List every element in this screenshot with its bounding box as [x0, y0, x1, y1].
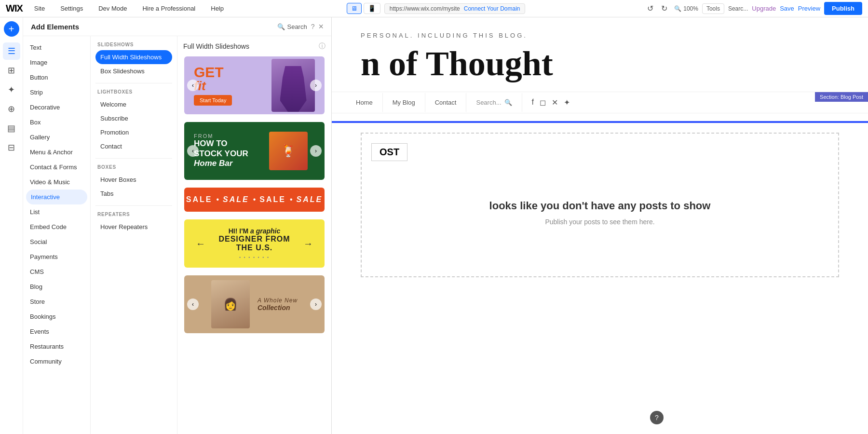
- cat-box[interactable]: Box: [23, 115, 90, 130]
- pages-icon-btn[interactable]: ☰: [3, 42, 20, 60]
- add-element-icon-btn[interactable]: +: [4, 21, 19, 37]
- slide-nav-left-5[interactable]: ‹: [187, 298, 199, 310]
- connect-domain-link[interactable]: Connect Your Domain: [464, 5, 520, 12]
- preview-button[interactable]: Preview: [798, 5, 820, 12]
- panel-close-button[interactable]: ×: [318, 22, 324, 31]
- blog-big-title: n of Thought: [332, 44, 868, 84]
- getfit-image: [271, 59, 315, 112]
- cat-contact-forms[interactable]: Contact & Forms: [23, 160, 90, 175]
- sub-welcome[interactable]: Welcome: [95, 97, 172, 111]
- twitter-icon[interactable]: ✕: [552, 98, 558, 107]
- getfit-text: GET fit Start Today: [194, 65, 232, 106]
- widget-homebar[interactable]: ‹ FROM HOW TO STOCK YOUR Home Bar 🍹 ›: [183, 121, 326, 181]
- cat-community[interactable]: Community: [23, 354, 90, 369]
- save-button[interactable]: Save: [780, 5, 794, 12]
- homebar-title-bar: Home Bar: [194, 159, 248, 168]
- nav-myblog[interactable]: My Blog: [383, 93, 425, 112]
- sub-full-width-slideshows[interactable]: Full Width Slideshows: [95, 50, 172, 64]
- cat-payments[interactable]: Payments: [23, 249, 90, 264]
- slide-nav-left-2[interactable]: ‹: [187, 145, 199, 157]
- slide-nav-right-1[interactable]: ›: [310, 80, 322, 91]
- facebook-icon[interactable]: f: [532, 98, 534, 107]
- redo-btn[interactable]: ↻: [658, 3, 670, 14]
- canvas-area: PERSONAL. INCLUDING THIS BLOG. n of Thou…: [332, 17, 868, 434]
- sub-contact[interactable]: Contact: [95, 139, 172, 153]
- cat-text[interactable]: Text: [23, 40, 90, 55]
- nav-hire[interactable]: Hire a Professional: [138, 3, 199, 14]
- cat-list[interactable]: List: [23, 204, 90, 219]
- slide-nav-right-2[interactable]: ›: [310, 145, 322, 157]
- homebar-eyebrow: FROM: [194, 133, 248, 139]
- cat-social[interactable]: Social: [23, 234, 90, 249]
- sub-tabs[interactable]: Tabs: [95, 187, 172, 201]
- widget-section-title: Full Width Slideshows: [183, 42, 249, 50]
- cat-video-music[interactable]: Video & Music: [23, 175, 90, 190]
- pinterest-icon[interactable]: ✦: [564, 98, 570, 107]
- sub-divider-3: [95, 205, 172, 206]
- cat-events[interactable]: Events: [23, 324, 90, 339]
- slide-nav-right-5[interactable]: ›: [310, 298, 322, 310]
- designer-line2: DESIGNER FROM: [218, 235, 290, 244]
- nav-settings[interactable]: Settings: [56, 3, 87, 14]
- widget-info-button[interactable]: ⓘ: [319, 42, 326, 51]
- cat-button[interactable]: Button: [23, 70, 90, 85]
- getfit-start-btn[interactable]: Start Today: [194, 95, 232, 106]
- desktop-btn[interactable]: 🖥: [347, 3, 362, 14]
- widget-sale[interactable]: SALE • SALE • SALE • SALE: [183, 187, 326, 213]
- top-search-button[interactable]: Searc...: [728, 5, 748, 12]
- cat-image[interactable]: Image: [23, 55, 90, 70]
- cat-gallery[interactable]: Gallery: [23, 130, 90, 145]
- homebar-img-inner: 🍹: [269, 132, 308, 170]
- mobile-btn[interactable]: 📱: [364, 3, 380, 14]
- cat-decorative[interactable]: Decorative: [23, 100, 90, 115]
- sub-promotion[interactable]: Promotion: [95, 125, 172, 139]
- panel-help-button[interactable]: ?: [311, 23, 315, 30]
- cat-blog[interactable]: Blog: [23, 279, 90, 294]
- url-bar: https://www.wix.com/mysite Connect Your …: [384, 3, 526, 14]
- widgets-icon-btn[interactable]: ⊟: [3, 139, 20, 156]
- media-icon-btn[interactable]: ▤: [3, 120, 20, 137]
- repeaters-section-label: REPEATERS: [97, 212, 172, 217]
- sub-subscribe[interactable]: Subscribe: [95, 111, 172, 125]
- blog-post-area: OST looks like you don't have any posts …: [361, 133, 839, 277]
- designer-text: HI! I'M a graphic DESIGNER FROM THE U.S.…: [218, 227, 290, 260]
- top-bar-left: WIX Site Settings Dev Mode Hire a Profes…: [6, 3, 228, 14]
- cat-strip[interactable]: Strip: [23, 85, 90, 100]
- sub-hover-repeaters[interactable]: Hover Repeaters: [95, 220, 172, 234]
- design-icon-btn[interactable]: ✦: [3, 81, 20, 98]
- collection-title2: Collection: [258, 304, 298, 312]
- undo-btn[interactable]: ↺: [644, 3, 656, 14]
- cat-store[interactable]: Store: [23, 294, 90, 309]
- help-circle[interactable]: ?: [650, 411, 664, 424]
- widget-collection[interactable]: ‹ 👩 A Whole New Collection ›: [183, 274, 326, 334]
- person-silhouette: [280, 66, 307, 112]
- publish-button[interactable]: Publish: [824, 2, 862, 15]
- sub-hover-boxes[interactable]: Hover Boxes: [95, 173, 172, 187]
- section-blog-post-label: Section: Blog Post: [815, 92, 868, 102]
- cat-interactive[interactable]: Interactive: [26, 190, 87, 204]
- slide-nav-left-1[interactable]: ‹: [187, 80, 199, 91]
- tools-button[interactable]: Tools: [702, 3, 724, 14]
- widget-designer[interactable]: ← HI! I'M a graphic DESIGNER FROM THE U.…: [183, 218, 326, 269]
- nav-help[interactable]: Help: [207, 3, 228, 14]
- panel-search-button[interactable]: 🔍 Search: [277, 23, 307, 30]
- apps-icon-btn[interactable]: ⊕: [3, 100, 20, 118]
- nav-home[interactable]: Home: [346, 93, 383, 112]
- slide-homebar-bg: ‹ FROM HOW TO STOCK YOUR Home Bar 🍹 ›: [184, 122, 325, 180]
- sale-dot-2: •: [253, 195, 256, 204]
- nav-site[interactable]: Site: [30, 3, 49, 14]
- selection-bar: [332, 121, 868, 123]
- cat-cms[interactable]: CMS: [23, 264, 90, 279]
- sale-dot-3: •: [290, 195, 293, 204]
- widget-getfit[interactable]: ‹ GET fit Start Today ›: [183, 55, 326, 115]
- nav-devmode[interactable]: Dev Mode: [95, 3, 131, 14]
- upgrade-button[interactable]: Upgrade: [752, 5, 776, 12]
- nav-contact[interactable]: Contact: [425, 93, 467, 112]
- elements-icon-btn[interactable]: ⊞: [3, 62, 20, 79]
- cat-bookings[interactable]: Bookings: [23, 309, 90, 324]
- cat-menu-anchor[interactable]: Menu & Anchor: [23, 145, 90, 160]
- cat-embed-code[interactable]: Embed Code: [23, 219, 90, 234]
- cat-restaurants[interactable]: Restaurants: [23, 339, 90, 354]
- instagram-icon[interactable]: ◻: [540, 98, 546, 107]
- sub-box-slideshows[interactable]: Box Slideshows: [95, 64, 172, 78]
